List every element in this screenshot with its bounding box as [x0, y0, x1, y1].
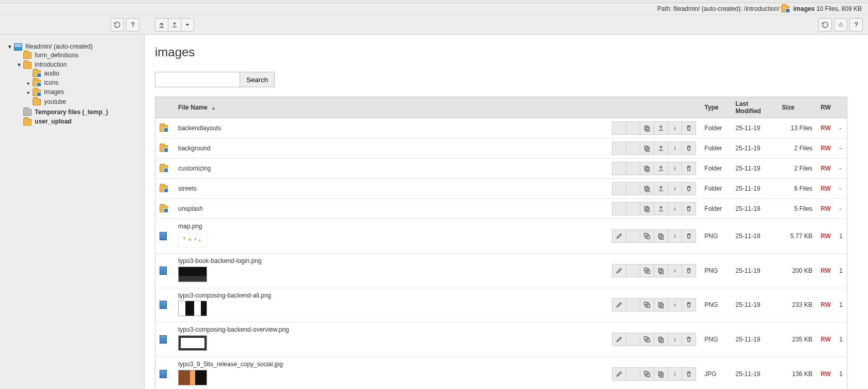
info-button[interactable] — [668, 182, 682, 195]
tree-node[interactable]: images — [43, 88, 65, 96]
folder-name[interactable]: customizing — [178, 165, 211, 172]
info-button[interactable] — [668, 333, 682, 346]
file-name[interactable]: typo3-composing-backend-all.png — [178, 292, 271, 299]
copy-button[interactable] — [654, 333, 668, 346]
folder-name[interactable]: backendlayouts — [178, 125, 221, 132]
content-refresh-button[interactable] — [818, 18, 832, 32]
folder-name[interactable]: unsplash — [178, 205, 203, 212]
search-input[interactable] — [155, 72, 240, 87]
info-button[interactable] — [668, 202, 682, 215]
bookmark-button[interactable]: ☆ — [834, 18, 847, 32]
tree-node[interactable]: audio — [43, 69, 60, 77]
replace-button[interactable] — [640, 367, 654, 381]
delete-button[interactable] — [682, 298, 696, 312]
file-name[interactable]: typo3-composing-backend-overview.png — [178, 326, 289, 333]
folder-name[interactable]: background — [178, 145, 211, 152]
upload-button[interactable] — [654, 202, 668, 215]
tree-expander[interactable]: ▼ — [17, 62, 22, 68]
table-row[interactable]: typo3-composing-backend-overview.pngPNG2… — [155, 322, 847, 357]
col-rw[interactable]: RW — [816, 97, 835, 118]
copy-button[interactable] — [640, 182, 654, 195]
replace-button[interactable] — [640, 264, 654, 277]
path-segment[interactable]: fileadmin/ (auto-created): — [673, 5, 742, 12]
tree-expander[interactable]: ▼ — [7, 44, 12, 50]
tree-refresh-button[interactable] — [111, 18, 124, 32]
thumbnail[interactable] — [178, 232, 207, 247]
table-row[interactable]: typo3-composing-backend-all.pngPNG25-11-… — [155, 288, 847, 322]
info-button[interactable] — [668, 264, 682, 277]
path-segment[interactable]: /introduction/ — [744, 5, 781, 12]
tree-node[interactable]: icons — [43, 79, 59, 87]
thumbnail[interactable] — [178, 267, 207, 282]
replace-button[interactable] — [640, 229, 654, 243]
copy-button[interactable] — [654, 264, 668, 277]
copy-button[interactable] — [640, 202, 654, 215]
replace-button[interactable] — [640, 298, 654, 312]
tree-expander[interactable]: ▸ — [26, 89, 31, 95]
edit-button[interactable] — [612, 264, 626, 277]
search-button[interactable]: Search — [240, 72, 275, 87]
table-row[interactable]: typo3_9_5lts_release_copy_social.jpgJPG2… — [155, 356, 847, 389]
info-button[interactable] — [668, 142, 682, 155]
edit-button[interactable] — [612, 333, 626, 346]
table-row[interactable]: backendlayoutsFolder25-11-1913 FilesRW- — [155, 118, 847, 138]
tree-node[interactable]: youtube — [43, 98, 67, 106]
delete-button[interactable] — [682, 333, 696, 346]
edit-button[interactable] — [612, 367, 626, 381]
upload-button[interactable] — [654, 121, 668, 135]
edit-button[interactable] — [612, 298, 626, 312]
tree-node[interactable]: form_definitions — [34, 51, 80, 59]
col-type[interactable]: Type — [700, 97, 731, 118]
copy-button[interactable] — [640, 142, 654, 155]
info-button[interactable] — [668, 162, 682, 175]
info-button[interactable] — [668, 229, 682, 243]
copy-button[interactable] — [654, 298, 668, 312]
copy-button[interactable] — [640, 162, 654, 175]
delete-button[interactable] — [682, 229, 696, 243]
tree-expander[interactable]: ▸ — [26, 80, 31, 86]
delete-button[interactable] — [682, 202, 696, 215]
tree-node[interactable]: introduction — [34, 60, 68, 69]
copy-button[interactable] — [654, 229, 668, 243]
info-button[interactable] — [668, 367, 682, 381]
col-size[interactable]: Size — [778, 97, 816, 118]
copy-button[interactable] — [654, 367, 668, 381]
delete-button[interactable] — [682, 142, 696, 155]
folder-name[interactable]: streets — [178, 185, 197, 192]
file-name[interactable]: map.png — [178, 223, 202, 230]
col-filename[interactable]: File Name ▲ — [174, 97, 602, 118]
table-row[interactable]: streetsFolder25-11-196 FilesRW- — [155, 179, 847, 199]
file-name[interactable]: typo3_9_5lts_release_copy_social.jpg — [178, 361, 283, 368]
file-name[interactable]: typo3-book-backend-login.png — [178, 257, 261, 264]
content-help-button[interactable]: ? — [849, 18, 863, 32]
new-button[interactable]: + — [181, 18, 194, 32]
tree-help-button[interactable]: ? — [126, 18, 139, 32]
upload-button[interactable] — [654, 162, 668, 175]
level-up-button[interactable] — [155, 18, 168, 32]
table-row[interactable]: backgroundFolder25-11-192 FilesRW- — [155, 138, 847, 159]
delete-button[interactable] — [682, 182, 696, 195]
col-modified[interactable]: Last Modified — [731, 97, 778, 118]
thumbnail[interactable] — [178, 301, 207, 316]
upload-button[interactable] — [654, 142, 668, 155]
delete-button[interactable] — [682, 162, 696, 175]
delete-button[interactable] — [682, 121, 696, 135]
table-row[interactable]: unsplashFolder25-11-195 FilesRW- — [155, 199, 847, 219]
info-button[interactable] — [668, 298, 682, 312]
tree-node[interactable]: Temporary files (_temp_) — [34, 108, 109, 116]
thumbnail[interactable] — [178, 370, 207, 385]
edit-button[interactable] — [612, 229, 626, 243]
info-button[interactable] — [668, 121, 682, 135]
tree-node[interactable]: user_upload — [34, 117, 72, 126]
tree-node[interactable]: fileadmin/ (auto-created) — [24, 42, 93, 51]
table-row[interactable]: typo3-book-backend-login.pngPNG25-11-192… — [155, 253, 847, 288]
table-row[interactable]: map.pngPNG25-11-195.77 KBRW1 — [155, 219, 847, 254]
copy-button[interactable] — [640, 121, 654, 135]
upload-button[interactable] — [654, 182, 668, 195]
upload-button[interactable] — [168, 18, 181, 32]
replace-button[interactable] — [640, 333, 654, 346]
delete-button[interactable] — [682, 367, 696, 381]
table-row[interactable]: customizingFolder25-11-192 FilesRW- — [155, 159, 847, 179]
delete-button[interactable] — [682, 264, 696, 277]
thumbnail[interactable] — [178, 335, 207, 351]
